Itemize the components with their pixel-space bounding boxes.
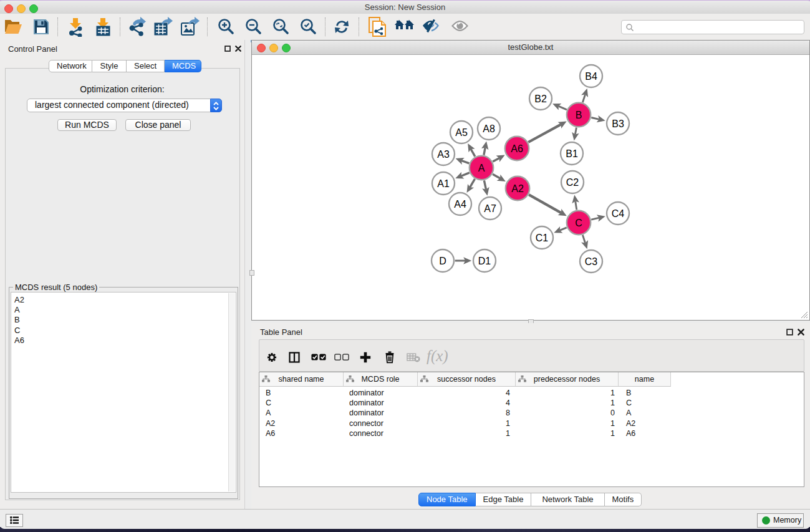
svg-text:A7: A7 xyxy=(484,203,496,214)
svg-text:D1: D1 xyxy=(478,256,491,266)
svg-text:A8: A8 xyxy=(483,123,495,134)
svg-text:B: B xyxy=(576,110,582,120)
svg-text:A2: A2 xyxy=(511,183,524,194)
svg-text:A: A xyxy=(478,163,485,173)
svg-text:B3: B3 xyxy=(612,118,624,129)
svg-text:C: C xyxy=(575,218,582,228)
svg-text:C2: C2 xyxy=(566,177,579,188)
svg-text:A6: A6 xyxy=(511,143,523,154)
svg-text:B1: B1 xyxy=(566,148,578,159)
svg-text:C1: C1 xyxy=(536,233,549,243)
svg-text:B4: B4 xyxy=(585,71,597,82)
svg-text:A1: A1 xyxy=(437,178,450,189)
svg-text:D: D xyxy=(439,256,446,266)
svg-text:A3: A3 xyxy=(437,149,450,160)
svg-text:C4: C4 xyxy=(612,208,625,219)
svg-text:A4: A4 xyxy=(454,199,466,210)
svg-text:B2: B2 xyxy=(534,94,547,104)
svg-text:C3: C3 xyxy=(585,256,598,267)
svg-text:A5: A5 xyxy=(455,127,468,138)
